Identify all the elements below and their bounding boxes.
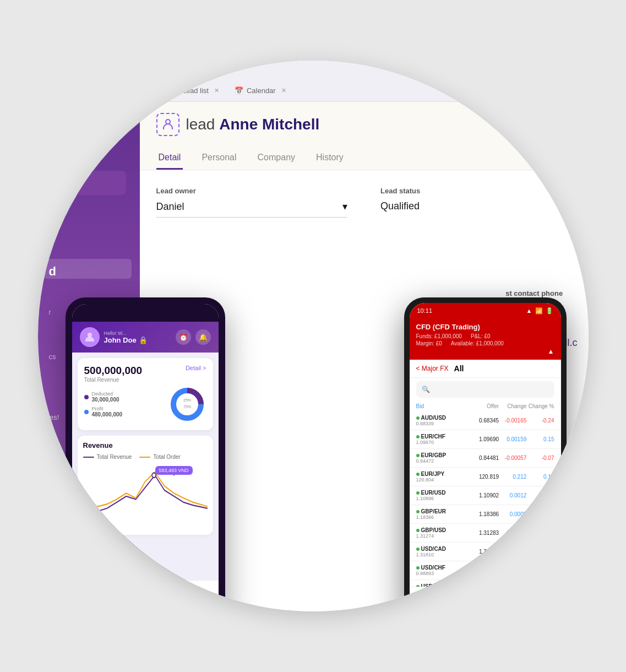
tab-lead-list[interactable]: 👤 Lead list ✕ <box>162 79 227 101</box>
sidebar-ures: ures! <box>43 413 59 421</box>
browser-tabs-bar: ✕ 👤 Lead list ✕ 📅 Calendar ✕ <box>140 61 589 102</box>
positions-icon: ⇅ <box>459 594 466 604</box>
trading-row[interactable]: EUR/GBP 0.84472 0.84481 -0.00057 -0.07 <box>410 449 561 468</box>
svg-point-1 <box>88 333 92 337</box>
stats-row: Deducted 30,000,000 Profit 480,000,000 <box>84 385 206 424</box>
pair-name-0: AUD/USD <box>416 415 471 421</box>
nav-report[interactable]: 📊 Report <box>151 584 176 609</box>
page-header: lead Anne Mitchell Detail Personal Compa… <box>140 102 589 170</box>
chevron-up-icon[interactable]: ▲ <box>416 348 554 355</box>
field-lead-owner: Lead owner Daniel ▾ <box>156 187 348 218</box>
wifi-icon: ▲ <box>526 307 532 314</box>
offer-5: 1.18386 <box>471 511 499 517</box>
pair-bid-7: 1.31810 <box>416 552 471 557</box>
pair-name-2: EUR/GBP <box>416 452 471 458</box>
dropdown-arrow-icon[interactable]: ▾ <box>342 200 347 213</box>
tab-calendar-label: Calendar <box>247 86 276 95</box>
change-0: -0.00165 <box>499 418 526 424</box>
trading-pairs-list: AUD/USD 0.68339 0.68345 -0.00165 -0.24 E… <box>410 411 561 599</box>
phone-left-bottom-nav: ⊙ Home ☕ Product 📊 Report <box>72 580 219 611</box>
trading-search[interactable]: 🔍 <box>416 381 554 398</box>
tab-company[interactable]: Company <box>255 147 297 170</box>
pair-dot-3 <box>416 473 420 476</box>
deducted-label: Deducted <box>92 391 119 397</box>
trading-row[interactable]: USD/CAD 1.31810 1.31823 -0.0019 -0.14 <box>410 543 561 561</box>
offer-2: 0.84481 <box>471 455 499 461</box>
sidebar-active-item[interactable] <box>49 171 126 195</box>
stats-header: 500,000,000 Total Revenue Detail > <box>84 365 206 383</box>
profit-info: Profit 480,000,000 <box>92 406 123 418</box>
profit-legend: Profit 480,000,000 <box>84 406 123 418</box>
pair-name-5: GBP/EUR <box>416 508 471 514</box>
phone-left-status-bar <box>72 304 219 322</box>
change-3: 0.212 <box>499 474 526 480</box>
tab-lead-list-close[interactable]: ✕ <box>214 87 219 94</box>
search-icon: 🔍 <box>422 386 430 393</box>
lead-owner-value[interactable]: Daniel ▾ <box>156 200 348 218</box>
change-pct-0: -0.24 <box>526 418 554 424</box>
tab-calendar[interactable]: 📅 Calendar ✕ <box>227 79 294 101</box>
nav-crm[interactable]: 👥 CRM <box>188 584 212 609</box>
phone-header-icons: ⏰ 🔔 <box>176 329 211 345</box>
nav-product[interactable]: ☕ Product <box>115 584 139 609</box>
trading-row[interactable]: EUR/CHF 1.09670 1.09690 0.00159 0.15 <box>410 430 561 449</box>
trading-time: 10:11 <box>417 307 433 314</box>
phone-user-info: Hello! W... John Doe 🔒 <box>80 327 148 347</box>
tnav-watchlists[interactable]: ★ Watchlists <box>416 594 439 610</box>
tab-empty-close[interactable]: ✕ <box>150 87 155 94</box>
change-2: -0.00057 <box>499 455 526 461</box>
total-order-line <box>139 457 150 458</box>
sidebar-text-r: r <box>49 308 51 316</box>
phone-notch <box>123 304 167 315</box>
tab-detail[interactable]: Detail <box>156 147 183 170</box>
tab-lead-list-label: Lead list <box>182 86 209 95</box>
pair-bid-4: 1.10896 <box>416 496 471 501</box>
battery-icon: 🔋 <box>546 307 553 315</box>
revenue-section: Revenue Total Revenue Total Order 583,49… <box>78 436 213 535</box>
pair-dot-1 <box>416 435 420 438</box>
tnav-positions[interactable]: ⇅ Positions <box>452 594 472 610</box>
trading-row[interactable]: EUR/JPY 120.804 120.819 0.212 0.18 <box>410 468 561 486</box>
trading-subtitle: Funds: £1,000,000 P&L: £0 <box>416 333 554 339</box>
trading-row[interactable]: GBP/EUR 1.18366 1.18386 0.0008 0.07 <box>410 505 561 524</box>
tnav-alerts[interactable]: 🔔 Alerts <box>516 594 529 610</box>
pair-cell-1: EUR/CHF 1.09670 <box>416 433 471 445</box>
page-title-row: lead Anne Mitchell <box>156 113 572 136</box>
trading-row[interactable]: AUD/USD 0.68339 0.68345 -0.00165 -0.24 <box>410 411 561 430</box>
stats-legend: Deducted 30,000,000 Profit 480,000,000 <box>84 391 123 418</box>
phone-clock-icon[interactable]: ⏰ <box>176 329 191 345</box>
trading-row[interactable]: USD/CHF 0.98893 0.98908 0.0005 0.05 <box>410 561 561 580</box>
offer-8: 0.98908 <box>471 567 499 573</box>
tnav-markets[interactable]: 🔍 Markets <box>486 594 503 610</box>
tab-calendar-close[interactable]: ✕ <box>281 87 286 94</box>
home-icon: ⊙ <box>86 587 94 598</box>
crm-icon: 👥 <box>194 587 205 598</box>
trading-nav-filter[interactable]: All <box>454 364 554 373</box>
phone-bell-icon[interactable]: 🔔 <box>195 329 211 345</box>
offer-1: 1.09690 <box>471 436 499 442</box>
back-button[interactable]: < Major FX <box>416 365 449 372</box>
phone-right: 10:11 ▲ 📶 🔋 CFD (CFD Trading) Funds: £1,… <box>404 297 567 611</box>
phone-username: John Doe 🔒 <box>104 336 148 344</box>
contact-phone-label: st contact phone <box>505 289 577 297</box>
lead-status-label: Lead status <box>380 187 572 195</box>
nav-home[interactable]: ⊙ Home <box>78 584 102 609</box>
detail-link[interactable]: Detail > <box>186 365 206 371</box>
pair-cell-6: GBP/USD 1.31274 <box>416 527 471 539</box>
profit-label: Profit <box>92 406 123 411</box>
tnav-more[interactable]: ··· More <box>543 594 554 610</box>
lead-name: Anne Mitchell <box>219 116 319 133</box>
th-change: Change <box>499 403 526 409</box>
lead-word: lead <box>186 116 215 133</box>
trading-row[interactable]: GBP/USD 1.31274 1.31283 0.00234 0.18 <box>410 524 561 543</box>
pair-bid-2: 0.84472 <box>416 458 471 464</box>
tab-personal[interactable]: Personal <box>199 147 238 170</box>
lead-status-value: Qualified <box>380 200 572 212</box>
phone-right-screen: 10:11 ▲ 📶 🔋 CFD (CFD Trading) Funds: £1,… <box>410 303 561 611</box>
margin-info: Margin: £0 <box>416 340 442 346</box>
tab-empty[interactable]: ✕ <box>140 79 162 101</box>
pair-cell-8: USD/CHF 0.98893 <box>416 565 471 576</box>
management-label: Management <box>72 535 219 552</box>
trading-row[interactable]: EUR/USD 1.10896 1.10902 0.0012 0.11 <box>410 486 561 505</box>
tab-history[interactable]: History <box>314 147 346 170</box>
